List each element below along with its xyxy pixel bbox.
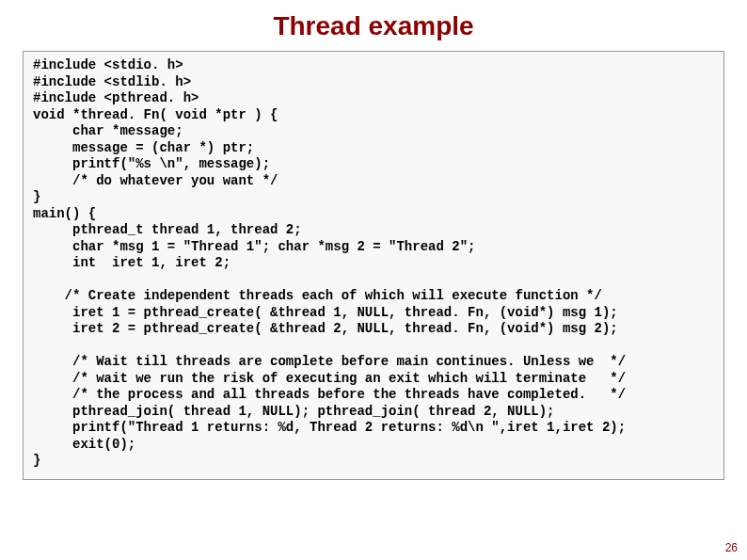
slide: Thread example #include <stdio. h> #incl… [0,0,747,560]
code-box: #include <stdio. h> #include <stdlib. h>… [23,51,724,480]
page-number: 26 [725,541,738,554]
code-content: #include <stdio. h> #include <stdlib. h>… [33,57,714,470]
slide-title: Thread example [0,0,747,47]
